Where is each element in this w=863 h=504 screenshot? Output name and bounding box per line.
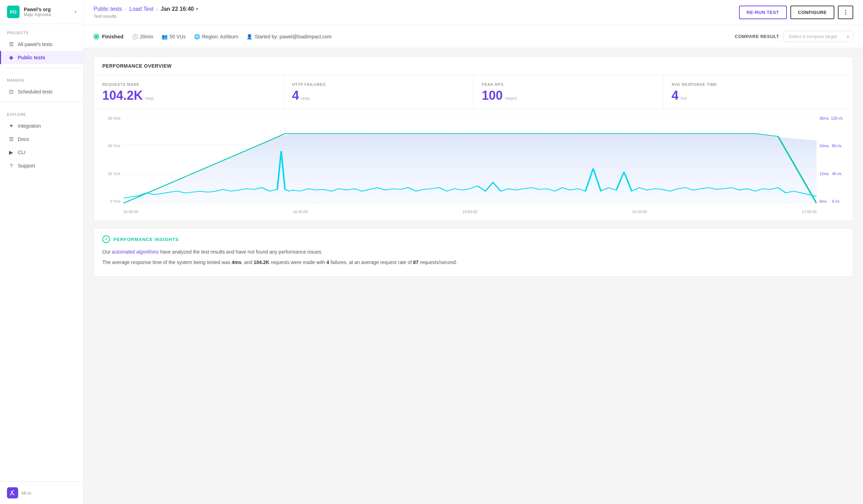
- svg-marker-4: [123, 134, 817, 203]
- status-label: Finished: [102, 33, 124, 39]
- metric-value-row: 4 ms: [672, 89, 845, 102]
- metric-unit: reqs: [145, 96, 154, 101]
- chart-x-label: 16:40:00: [123, 210, 138, 214]
- metric-requests-made: REQUESTS MADE 104.2K reqs: [94, 75, 284, 109]
- more-options-button[interactable]: ⋮: [838, 6, 853, 19]
- chart-y-label: 60 VUs: [108, 116, 120, 120]
- insights-text-2: The average response time of the system …: [102, 258, 844, 266]
- sidebar-item-all-tests[interactable]: ☰ All pawel's tests: [0, 38, 83, 51]
- started-by-value: Started by: pawel@loadimpact.com: [255, 34, 331, 39]
- sidebar: PO Pawel's org Maja Vojnoska ▾ PROJECTS …: [0, 0, 84, 504]
- sidebar-item-label: Docs: [18, 136, 29, 142]
- chevron-down-icon: ▾: [74, 9, 76, 14]
- sidebar-item-docs[interactable]: ☰ Docs: [0, 133, 83, 146]
- sidebar-item-label: Integration: [18, 123, 41, 129]
- sidebar-item-support[interactable]: ? Support: [0, 159, 83, 172]
- sidebar-item-label: CLI: [18, 150, 25, 155]
- metric-label: PEAK RPS: [482, 82, 655, 86]
- sidebar-item-label: Support: [18, 163, 35, 168]
- chart-x-label: 16:55:00: [632, 210, 647, 214]
- metric-value-row: 4 reqs: [292, 89, 465, 102]
- breadcrumb-area: Public tests › Load Test › Jan 22 16:40 …: [94, 6, 198, 19]
- org-switcher[interactable]: PO Pawel's org Maja Vojnoska ▾: [0, 0, 83, 24]
- folder-icon: ◈: [8, 54, 14, 61]
- status-dot-inner: [95, 35, 98, 38]
- rerun-test-button[interactable]: RE-RUN TEST: [739, 6, 787, 19]
- insights-title: PERFORMANCE INSIGHTS: [113, 237, 179, 242]
- chart-y-label-right: 0ms 0 r/s: [819, 199, 839, 203]
- compare-select[interactable]: Select a compare target: [783, 31, 853, 42]
- metric-value: 104.2K: [102, 89, 143, 102]
- sidebar-item-label: All pawel's tests: [18, 42, 52, 47]
- insights-check-icon: ✓: [102, 235, 110, 243]
- users-icon: 👥: [162, 34, 168, 39]
- org-name: Pawel's org: [24, 7, 70, 12]
- integration-icon: ✦: [8, 123, 14, 129]
- metric-value-row: 104.2K reqs: [102, 89, 275, 102]
- duration-value: 20min: [140, 34, 153, 39]
- chart-y-labels-right: 36ms 120 r/s 24ms 80 r/s 12ms 40 r/s 0ms…: [817, 116, 844, 203]
- performance-overview-card: PERFORMANCE OVERVIEW REQUESTS MADE 104.2…: [94, 57, 853, 221]
- explore-section-label: EXPLORE: [0, 106, 83, 119]
- status-duration: 🕐 20min: [132, 34, 153, 39]
- breadcrumb-sep-1: ›: [125, 6, 127, 12]
- support-icon: ?: [8, 163, 14, 168]
- metric-value: 4: [292, 89, 299, 102]
- sidebar-item-cli[interactable]: ▶ CLI: [0, 146, 83, 159]
- chart-y-label: 40 VUs: [108, 144, 120, 148]
- sidebar-item-integration[interactable]: ✦ Integration: [0, 119, 83, 133]
- chart-x-labels: 16:40:00 16:45:00 16:50:00 16:55:00 17:0…: [123, 208, 817, 214]
- compare-wrapper: Select a compare target: [783, 31, 853, 42]
- metric-unit: reqs/s: [505, 96, 517, 101]
- chart-y-labels-left: 60 VUs 40 VUs 20 VUs 0 VUs: [102, 116, 123, 203]
- calendar-icon: ⊡: [8, 89, 14, 95]
- chart-area: 60 VUs 40 VUs 20 VUs 0 VUs 36ms 120 r/s …: [94, 109, 853, 221]
- insights-header: ✓ PERFORMANCE INSIGHTS: [102, 235, 844, 243]
- breadcrumb-test[interactable]: Load Test: [129, 6, 153, 12]
- metric-value: 4: [672, 89, 679, 102]
- configure-button[interactable]: CONFIGURE: [790, 6, 835, 19]
- metric-peak-rps: PEAK RPS 100 reqs/s: [473, 75, 663, 109]
- region-value: Region: Ashburn: [202, 34, 238, 39]
- chart-y-label-right: 12ms 40 r/s: [819, 172, 842, 176]
- list-icon: ☰: [8, 41, 14, 47]
- metric-value: 100: [482, 89, 503, 102]
- status-started-by: 👤 Started by: pawel@loadimpact.com: [246, 34, 331, 39]
- sidebar-item-public-tests[interactable]: ◈ Public tests: [0, 51, 83, 64]
- chart-svg: [123, 116, 817, 203]
- insights-text-1: Our automated algorithms have analyzed t…: [102, 248, 844, 256]
- breadcrumb-project[interactable]: Public tests: [94, 6, 122, 12]
- status-region: 🌐 Region: Ashburn: [194, 34, 238, 39]
- status-finished: Finished: [94, 33, 124, 39]
- vus-value: 50 VUs: [170, 34, 186, 39]
- globe-icon: 🌐: [194, 34, 200, 39]
- performance-insights-card: ✓ PERFORMANCE INSIGHTS Our automated alg…: [94, 228, 853, 277]
- breadcrumb-sep-2: ›: [156, 6, 158, 12]
- content-area: PERFORMANCE OVERVIEW REQUESTS MADE 104.2…: [84, 48, 863, 285]
- compare-label: COMPARE RESULT: [735, 34, 779, 39]
- chart-container: 60 VUs 40 VUs 20 VUs 0 VUs 36ms 120 r/s …: [102, 116, 844, 214]
- chart-x-label: 16:50:00: [463, 210, 478, 214]
- k6-label: k6.io: [22, 490, 31, 496]
- card-title: PERFORMANCE OVERVIEW: [102, 63, 844, 69]
- sidebar-footer: k6.io: [0, 481, 83, 504]
- metrics-row: REQUESTS MADE 104.2K reqs HTTP FAILURES …: [94, 75, 853, 109]
- metric-label: AVG RESPONSE TIME: [672, 82, 845, 86]
- chart-x-label: 17:00:00: [802, 210, 817, 214]
- metric-label: REQUESTS MADE: [102, 82, 275, 86]
- status-dot: [94, 34, 99, 39]
- automated-algorithms-link[interactable]: automated algorithms: [112, 249, 159, 255]
- status-vus: 👥 50 VUs: [162, 34, 186, 39]
- breadcrumb-run[interactable]: Jan 22 16:40 ▾: [161, 6, 198, 12]
- card-header: PERFORMANCE OVERVIEW: [94, 57, 853, 75]
- k6-logo: [7, 487, 18, 498]
- sidebar-item-scheduled-tests[interactable]: ⊡ Scheduled tests: [0, 85, 83, 98]
- sidebar-divider-2: [0, 102, 83, 102]
- sidebar-divider: [0, 68, 83, 68]
- metric-http-failures: HTTP FAILURES 4 reqs: [284, 75, 474, 109]
- topbar-actions: RE-RUN TEST CONFIGURE ⋮: [739, 6, 853, 19]
- org-user: Maja Vojnoska: [24, 12, 70, 17]
- test-results-label: Test results: [94, 14, 198, 19]
- metric-avg-response: AVG RESPONSE TIME 4 ms: [663, 75, 853, 109]
- status-bar: Finished 🕐 20min 👥 50 VUs 🌐 Region: Ashb…: [84, 25, 863, 48]
